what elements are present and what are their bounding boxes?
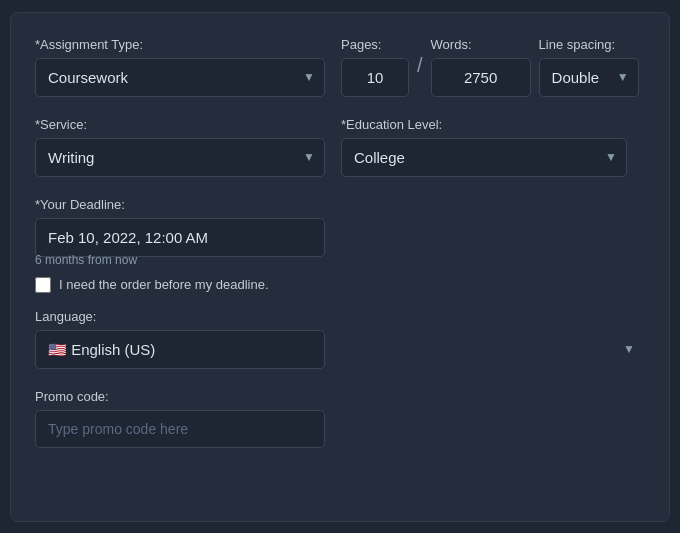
assignment-type-group: *Assignment Type: Coursework Essay Resea…	[35, 37, 325, 97]
line-spacing-group: Line spacing: Double Single 1.5 ▼	[539, 37, 639, 97]
education-level-wrapper: College High School University Master's …	[341, 138, 627, 177]
deadline-hint: 6 months from now	[35, 253, 645, 267]
language-select[interactable]: 🇺🇸 English (US) 🇬🇧 English (UK)	[35, 330, 325, 369]
pages-label: Pages:	[341, 37, 409, 52]
pages-words-spacing-group: Pages: / Words: Line spacing: Double Sin…	[341, 37, 639, 97]
early-order-label[interactable]: I need the order before my deadline.	[59, 277, 269, 292]
separator: /	[417, 54, 423, 77]
assignment-type-select[interactable]: Coursework Essay Research Paper Disserta…	[35, 58, 325, 97]
service-select[interactable]: Writing Rewriting Editing Proofreading	[35, 138, 325, 177]
language-group: Language: 🇺🇸 English (US) 🇬🇧 English (UK…	[35, 309, 645, 369]
education-level-label: *Education Level:	[341, 117, 627, 132]
assignment-type-label: *Assignment Type:	[35, 37, 325, 52]
line-spacing-wrapper: Double Single 1.5 ▼	[539, 58, 639, 97]
words-group: Words:	[431, 37, 531, 97]
line-spacing-select[interactable]: Double Single 1.5	[539, 58, 639, 97]
deadline-group: *Your Deadline:	[35, 197, 645, 257]
order-form: *Assignment Type: Coursework Essay Resea…	[10, 12, 670, 522]
pages-input[interactable]	[341, 58, 409, 97]
language-chevron-icon: ▼	[623, 342, 635, 356]
deadline-input[interactable]	[35, 218, 325, 257]
service-label: *Service:	[35, 117, 325, 132]
service-wrapper: Writing Rewriting Editing Proofreading ▼	[35, 138, 325, 177]
service-group: *Service: Writing Rewriting Editing Proo…	[35, 117, 325, 177]
assignment-type-wrapper: Coursework Essay Research Paper Disserta…	[35, 58, 325, 97]
education-level-select[interactable]: College High School University Master's …	[341, 138, 627, 177]
early-order-checkbox[interactable]	[35, 277, 51, 293]
promo-code-label: Promo code:	[35, 389, 645, 404]
pages-group: Pages:	[341, 37, 409, 97]
language-label: Language:	[35, 309, 645, 324]
promo-code-group: Promo code:	[35, 389, 645, 448]
early-order-row: I need the order before my deadline.	[35, 277, 645, 293]
line-spacing-label: Line spacing:	[539, 37, 639, 52]
language-wrapper: 🇺🇸 English (US) 🇬🇧 English (UK) ▼	[35, 330, 645, 369]
deadline-label: *Your Deadline:	[35, 197, 645, 212]
words-input[interactable]	[431, 58, 531, 97]
education-level-group: *Education Level: College High School Un…	[341, 117, 627, 177]
promo-code-input[interactable]	[35, 410, 325, 448]
words-label: Words:	[431, 37, 531, 52]
